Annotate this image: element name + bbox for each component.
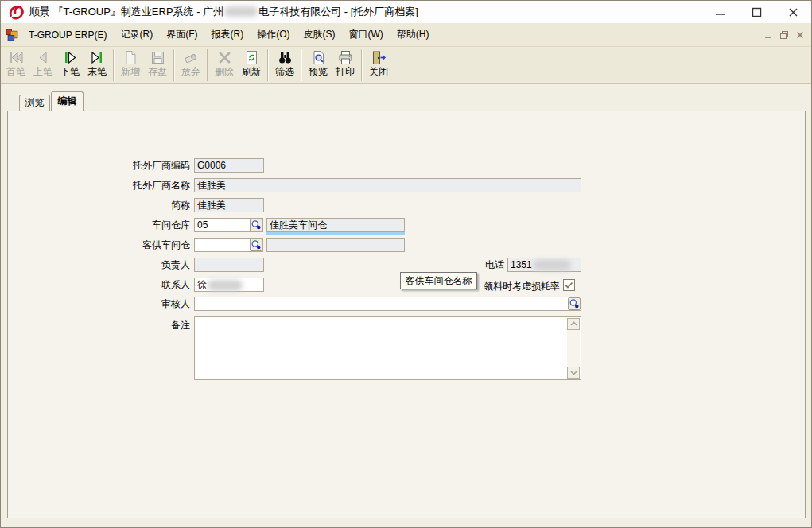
auditor-input[interactable] <box>194 297 581 311</box>
lookup-magnifier-icon <box>251 239 262 250</box>
last-record-icon <box>89 49 106 66</box>
mdi-close-icon <box>795 30 805 40</box>
vendor-name-field: 佳胜美 <box>194 178 581 192</box>
app-grid-icon <box>6 28 19 41</box>
focus-underline <box>266 232 405 235</box>
vendor-name-label: 托外厂商名称 <box>31 179 190 192</box>
loss-rate-checkbox[interactable] <box>563 279 575 291</box>
menu-item-window[interactable]: 窗口(W) <box>348 26 383 43</box>
vendor-code-field: G0006 <box>194 158 264 173</box>
close-window-button[interactable]: 关闭 <box>365 48 392 83</box>
contact-input[interactable]: 徐 <box>194 278 264 292</box>
print-button[interactable]: 打印 <box>332 48 359 83</box>
refresh-icon <box>243 49 260 66</box>
first-record-icon <box>8 49 25 66</box>
mdi-close-button[interactable] <box>795 29 805 40</box>
mdi-restore-icon <box>779 30 789 40</box>
short-name-field: 佳胜美 <box>194 198 264 212</box>
exit-door-icon <box>371 49 387 66</box>
checkmark-icon <box>564 280 574 290</box>
customer-warehouse-name-field <box>266 238 405 252</box>
auditor-lookup-button[interactable] <box>568 297 581 310</box>
maximize-icon <box>752 7 762 17</box>
toolbar: 首笔 上笔 下笔 末笔 <box>1 47 811 84</box>
remark-label: 备注 <box>31 319 190 332</box>
preview-magnifier-icon <box>310 49 327 66</box>
next-record-button[interactable]: 下笔 <box>56 48 84 83</box>
hover-tooltip: 客供车间仓名称 <box>400 272 477 289</box>
minimize-button[interactable] <box>701 1 738 23</box>
toolbar-separator <box>113 49 115 81</box>
mdi-minimize-button[interactable] <box>763 29 773 40</box>
customer-warehouse-code-input[interactable] <box>194 238 263 252</box>
menu-item-tgroup-erp[interactable]: T-GROUP ERP(E) <box>28 28 107 42</box>
chevron-up-icon <box>569 319 579 329</box>
mdi-restore-button[interactable] <box>779 29 789 40</box>
contact-label: 联系人 <box>31 278 190 291</box>
printer-icon <box>337 49 354 66</box>
tab-edit[interactable]: 编辑 <box>51 91 84 111</box>
short-name-label: 简称 <box>31 199 190 212</box>
first-record-button: 首笔 <box>2 48 29 83</box>
eraser-icon <box>183 49 200 66</box>
menu-item-record[interactable]: 记录(R) <box>119 26 153 43</box>
preview-button[interactable]: 预览 <box>305 48 332 83</box>
window-title: 顺景 『T-GROUP』制造业ERP系统 - 广州电子科技有限公司 - [托外厂… <box>29 5 418 19</box>
menubar: T-GROUP ERP(E) 记录(R) 界面(F) 报表(R) 操作(O) 皮… <box>1 23 811 47</box>
toolbar-separator <box>267 49 269 81</box>
toolbar-separator <box>207 49 208 81</box>
phone-label: 电话 <box>466 258 504 271</box>
scroll-up-button[interactable] <box>567 318 580 330</box>
abandon-button: 放弃 <box>177 48 204 83</box>
titlebar: 顺景 『T-GROUP』制造业ERP系统 - 广州电子科技有限公司 - [托外厂… <box>1 1 811 24</box>
phone-field: 1351 <box>507 258 581 272</box>
scroll-down-button[interactable] <box>567 367 580 379</box>
new-button: 新增 <box>117 48 144 83</box>
menu-item-help[interactable]: 帮助(H) <box>396 26 430 43</box>
refresh-button[interactable]: 刷新 <box>238 48 265 83</box>
mdi-window-controls <box>763 29 805 40</box>
contact-redaction <box>208 280 243 291</box>
workshop-warehouse-lookup-button[interactable] <box>250 219 262 231</box>
toolbar-separator <box>361 49 363 81</box>
menu-item-skin[interactable]: 皮肤(S) <box>302 26 336 43</box>
next-record-icon <box>62 49 79 66</box>
minimize-icon <box>715 7 725 17</box>
chevron-down-icon <box>569 367 579 378</box>
filter-button[interactable]: 筛选 <box>271 48 298 83</box>
remark-textarea[interactable] <box>194 316 581 380</box>
tab-browse[interactable]: 浏览 <box>19 95 50 111</box>
manager-field <box>194 258 264 272</box>
toolbar-separator <box>173 49 175 81</box>
prev-record-icon <box>35 49 52 66</box>
last-record-button[interactable]: 末笔 <box>84 48 111 83</box>
menu-item-interface[interactable]: 界面(F) <box>165 26 198 43</box>
app-window: 顺景 『T-GROUP』制造业ERP系统 - 广州电子科技有限公司 - [托外厂… <box>0 0 812 528</box>
auditor-label: 审核人 <box>31 297 190 310</box>
menu-item-operation[interactable]: 操作(O) <box>256 26 290 43</box>
window-controls <box>701 1 811 23</box>
maximize-button[interactable] <box>738 1 775 23</box>
lookup-magnifier-icon <box>569 298 580 309</box>
vendor-code-label: 托外厂商编码 <box>31 159 190 172</box>
remark-scrollbar[interactable] <box>567 318 580 379</box>
workshop-warehouse-code-input[interactable]: 05 <box>194 218 263 232</box>
prev-record-button: 上笔 <box>29 48 56 83</box>
title-redaction <box>224 6 258 17</box>
loss-rate-label: 领料时考虑损耗率 <box>466 280 560 293</box>
toolbar-separator <box>301 49 302 81</box>
app-logo-icon <box>7 3 25 21</box>
workshop-warehouse-name-field: 佳胜美车间仓 <box>266 218 405 232</box>
delete-button: 删除 <box>211 48 238 83</box>
manager-label: 负责人 <box>31 258 190 271</box>
close-button[interactable] <box>775 1 811 23</box>
save-floppy-icon <box>150 49 166 66</box>
close-icon <box>788 7 798 17</box>
workshop-warehouse-label: 车间仓库 <box>31 219 190 231</box>
customer-warehouse-label: 客供车间仓 <box>31 239 190 251</box>
menu-item-report[interactable]: 报表(R) <box>210 26 244 43</box>
customer-warehouse-lookup-button[interactable] <box>250 239 262 251</box>
lookup-magnifier-icon <box>251 219 262 231</box>
phone-redaction <box>533 260 571 270</box>
save-button: 存盘 <box>144 48 171 83</box>
